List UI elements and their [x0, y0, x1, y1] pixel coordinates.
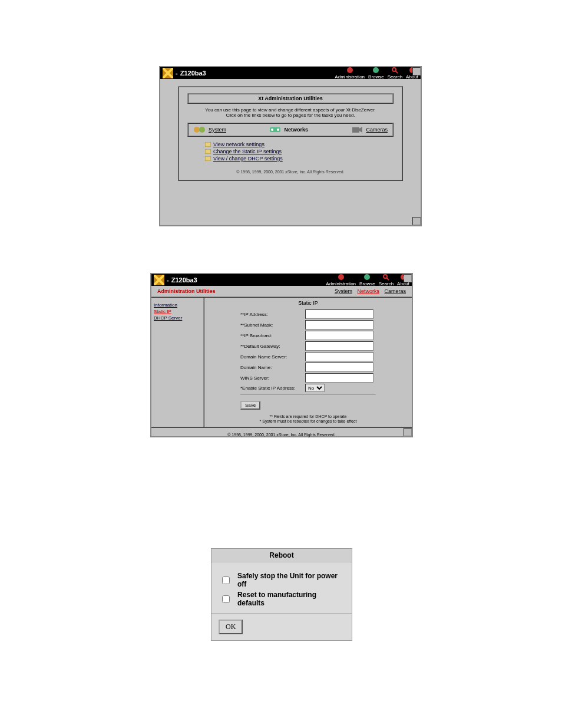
form-notes: ** Fields are required for DHCP to opera…	[240, 414, 376, 424]
panel-header: Xt Administration Utilities	[187, 93, 394, 104]
svg-line-4	[395, 71, 398, 73]
breadcrumb-bar: Administration Utilities System Networks…	[151, 286, 412, 297]
window-title: Z120ba3	[180, 70, 206, 77]
sidebar-item-static-ip[interactable]: Static IP	[154, 309, 201, 314]
copyright: © 1998, 1999, 2000, 2001 xStore, Inc. Al…	[151, 427, 412, 442]
brand-logo-icon	[154, 275, 164, 285]
tab-networks[interactable]: Networks	[357, 288, 379, 294]
sidebar: Information Static IP DHCP Server	[151, 298, 204, 427]
svg-point-8	[199, 127, 205, 133]
tab-system[interactable]: System	[335, 288, 352, 294]
category-networks[interactable]: Networks	[265, 125, 312, 134]
label-dns: Domain Name Server:	[240, 354, 305, 360]
brand: - Z120ba3	[163, 68, 206, 78]
category-row: System Networks Cameras	[187, 123, 394, 137]
panel-description: You can use this page to view and change…	[187, 107, 394, 118]
window-title: Z120ba3	[171, 276, 197, 284]
sidebar-item-information[interactable]: Information	[154, 302, 201, 308]
svg-point-10	[271, 129, 273, 131]
svg-point-2	[373, 67, 379, 73]
svg-point-1	[347, 67, 353, 73]
checkbox-reset-defaults[interactable]	[222, 595, 230, 603]
link-view-change-dhcp[interactable]: View / change DHCP settings	[205, 156, 394, 162]
svg-rect-12	[352, 127, 359, 133]
svg-point-7	[194, 127, 200, 133]
nav-search[interactable]: Search	[379, 274, 394, 286]
copyright: © 1998, 1999, 2000, 2001 xStore, Inc. Al…	[187, 170, 394, 174]
ok-button[interactable]: OK	[219, 620, 243, 634]
svg-rect-16	[205, 156, 211, 161]
section-header: Static IP	[210, 300, 406, 306]
label-reset-defaults: Reset to manufacturing defaults	[237, 591, 343, 607]
default-gateway-field[interactable]	[305, 341, 373, 351]
page-title: Administration Utilities	[157, 288, 216, 294]
ip-broadcast-field[interactable]	[305, 331, 373, 340]
title-bar: - Z120ba3 Administration Browse Search i…	[151, 274, 412, 286]
nav-administration[interactable]: Administration	[335, 67, 365, 80]
static-ip-form: **IP Address: **Subnet Mask: **IP Broadc…	[240, 309, 376, 424]
svg-rect-15	[205, 149, 211, 154]
tab-cameras[interactable]: Cameras	[384, 288, 406, 294]
nav-search[interactable]: Search	[388, 67, 402, 80]
svg-point-19	[364, 274, 370, 280]
admin-utilities-window: - Z120ba3 Administration Browse Search i…	[159, 66, 422, 226]
ip-address-field[interactable]	[305, 309, 373, 319]
label-safely-stop: Safely stop the Unit for power off	[237, 572, 343, 588]
title-bar: - Z120ba3 Administration Browse Search i…	[160, 67, 421, 79]
link-change-static-ip[interactable]: Change the Static IP settings	[205, 149, 394, 154]
label-ip-broadcast: **IP Broadcast:	[240, 333, 305, 338]
domain-name-field[interactable]	[305, 363, 373, 372]
svg-rect-14	[205, 142, 211, 147]
sidebar-item-dhcp-server[interactable]: DHCP Server	[154, 315, 201, 321]
brand: - Z120ba3	[154, 275, 197, 285]
scroll-up-icon[interactable]	[404, 274, 412, 282]
svg-marker-13	[359, 127, 362, 133]
link-view-network-settings[interactable]: View network settings	[205, 141, 394, 147]
label-ip-address: **IP Address:	[240, 312, 305, 317]
label-subnet-mask: **Subnet Mask:	[240, 322, 305, 328]
utilities-panel: Xt Administration Utilities You can use …	[178, 86, 403, 181]
svg-line-21	[386, 278, 389, 280]
label-default-gateway: **Default Gateway:	[240, 344, 305, 349]
category-cameras[interactable]: Cameras	[347, 125, 391, 134]
label-wins-server: WINS Server:	[240, 375, 305, 381]
resize-grip-icon[interactable]	[412, 217, 421, 225]
dialog-header: Reboot	[211, 549, 352, 562]
subnet-mask-field[interactable]	[305, 320, 373, 330]
wins-server-field[interactable]	[305, 373, 373, 383]
checkbox-safely-stop[interactable]	[222, 577, 230, 584]
nav-browse[interactable]: Browse	[368, 67, 384, 80]
static-ip-window: - Z120ba3 Administration Browse Search i…	[150, 273, 413, 437]
resize-grip-icon[interactable]	[404, 428, 412, 436]
svg-point-18	[338, 274, 344, 280]
dns-field[interactable]	[305, 352, 373, 361]
save-button[interactable]: Save	[240, 401, 260, 410]
nav-browse[interactable]: Browse	[359, 274, 375, 286]
enable-static-ip-select[interactable]: No	[305, 384, 325, 392]
label-enable-static-ip: *Enable Static IP Address:	[240, 386, 305, 391]
brand-logo-icon	[163, 68, 173, 78]
reboot-dialog: Reboot Safely stop the Unit for power of…	[211, 548, 352, 641]
scroll-up-icon[interactable]	[412, 67, 421, 75]
label-domain-name: Domain Name:	[240, 365, 305, 370]
category-system[interactable]: System	[190, 125, 230, 134]
svg-point-11	[277, 129, 279, 131]
nav-administration[interactable]: Administration	[326, 274, 356, 286]
